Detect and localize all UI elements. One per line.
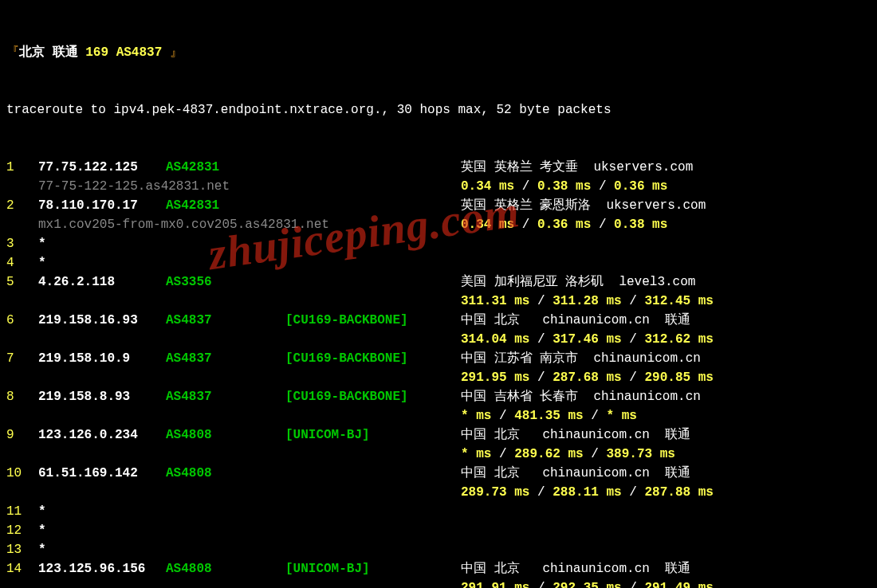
hop-number: 9 — [6, 425, 38, 445]
hop-geo: 中国 北京 chinaunicom.cn 联通 — [461, 311, 690, 330]
hop-row: 1061.51.169.142AS4808中国 北京 chinaunicom.c… — [6, 464, 612, 483]
hop-ip: 4.26.2.118 — [38, 272, 115, 292]
header-city: 北京 — [19, 45, 53, 60]
header-isp: 联通 — [53, 45, 86, 60]
header-line: 『北京 联通 169 AS4837 』 — [6, 43, 612, 62]
hop-number: 10 — [6, 464, 38, 483]
hop-latency: 291.95 ms / 287.68 ms / 290.85 ms — [461, 368, 714, 387]
hop-number: 8 — [6, 387, 38, 406]
hop-detail-row: * ms / 289.62 ms / 389.73 ms — [6, 445, 612, 464]
hop-timeout: * — [38, 234, 46, 253]
hop-timeout: * — [38, 502, 46, 521]
hop-asn: AS4837 — [166, 349, 212, 368]
hop-row: 4* — [6, 253, 612, 272]
hop-number: 6 — [6, 311, 38, 330]
hop-reverse-dns: 77-75-122-125.as42831.net — [38, 177, 230, 196]
hop-timeout: * — [38, 253, 46, 272]
hop-row: 54.26.2.118AS3356美国 加利福尼亚 洛杉矶 level3.com — [6, 272, 612, 292]
hop-detail-row: 77-75-122-125.as42831.net0.34 ms / 0.38 … — [6, 177, 612, 196]
hop-latency: * ms / 481.35 ms / * ms — [461, 406, 637, 425]
hop-number: 7 — [6, 349, 38, 368]
hop-ip: 123.126.0.234 — [38, 425, 138, 445]
hop-geo: 中国 吉林省 长春市 chinaunicom.cn — [461, 387, 701, 406]
hop-geo: 英国 英格兰 豪恩斯洛 ukservers.com — [461, 196, 706, 215]
hop-number: 4 — [6, 253, 38, 272]
hop-asn: AS4837 — [166, 387, 212, 406]
hop-geo: 中国 江苏省 南京市 chinaunicom.cn — [461, 349, 701, 368]
hop-detail-row: 289.73 ms / 288.11 ms / 287.88 ms — [6, 483, 612, 502]
hop-latency: 0.34 ms / 0.36 ms / 0.38 ms — [461, 215, 667, 234]
hop-detail-row: 291.95 ms / 287.68 ms / 290.85 ms — [6, 368, 612, 387]
hop-row: 14123.125.96.156AS4808[UNICOM-BJ]中国 北京 c… — [6, 559, 612, 578]
hop-row: 6219.158.16.93AS4837[CU169-BACKBONE]中国 北… — [6, 311, 612, 330]
hop-row: 3* — [6, 234, 612, 253]
bracket-right: 』 — [162, 45, 183, 60]
hop-geo: 中国 北京 chinaunicom.cn 联通 — [461, 425, 690, 445]
hop-ip: 219.158.8.93 — [38, 387, 130, 406]
hop-asn: AS42831 — [166, 196, 219, 215]
hop-number: 1 — [6, 158, 38, 177]
hop-asn: AS4808 — [166, 559, 212, 578]
hop-asn: AS3356 — [166, 272, 212, 292]
hop-reverse-dns: mx1.cov205-from-mx0.cov205.as42831.net — [38, 215, 329, 234]
traceroute-intro: traceroute to ipv4.pek-4837.endpoint.nxt… — [6, 100, 612, 120]
hop-number: 11 — [6, 502, 38, 521]
hop-network: [CU169-BACKBONE] — [285, 349, 408, 368]
hop-asn: AS4837 — [166, 311, 212, 330]
hop-ip: 78.110.170.17 — [38, 196, 138, 215]
hop-latency: 314.04 ms / 317.46 ms / 312.62 ms — [461, 330, 714, 349]
hop-detail-row: 291.91 ms / 292.35 ms / 291.49 ms — [6, 578, 612, 588]
hop-latency: * ms / 289.62 ms / 389.73 ms — [461, 445, 675, 464]
hop-detail-row: * ms / 481.35 ms / * ms — [6, 406, 612, 425]
hop-latency: 0.34 ms / 0.38 ms / 0.36 ms — [461, 177, 667, 196]
hop-number: 14 — [6, 559, 38, 578]
hop-detail-row: 314.04 ms / 317.46 ms / 312.62 ms — [6, 330, 612, 349]
hop-number: 13 — [6, 540, 38, 559]
hop-geo: 美国 加利福尼亚 洛杉矶 level3.com — [461, 272, 695, 292]
hop-row: 8219.158.8.93AS4837[CU169-BACKBONE]中国 吉林… — [6, 387, 612, 406]
hop-detail-row: 311.31 ms / 311.28 ms / 312.45 ms — [6, 292, 612, 311]
hop-row: 177.75.122.125AS42831英国 英格兰 考文垂 ukserver… — [6, 158, 612, 177]
hop-row: 12* — [6, 521, 612, 540]
header-as: 169 AS4837 — [85, 45, 162, 60]
hop-ip: 61.51.169.142 — [38, 464, 138, 483]
hop-row: 7219.158.10.9AS4837[CU169-BACKBONE]中国 江苏… — [6, 349, 612, 368]
hop-latency: 289.73 ms / 288.11 ms / 287.88 ms — [461, 483, 714, 502]
hop-network: [UNICOM-BJ] — [285, 559, 370, 578]
hop-row: 9123.126.0.234AS4808[UNICOM-BJ]中国 北京 chi… — [6, 425, 612, 445]
hop-ip: 77.75.122.125 — [38, 158, 138, 177]
hop-latency: 291.91 ms / 292.35 ms / 291.49 ms — [461, 578, 714, 588]
hop-number: 5 — [6, 272, 38, 292]
hop-latency: 311.31 ms / 311.28 ms / 312.45 ms — [461, 292, 714, 311]
bracket-left: 『 — [6, 45, 19, 60]
hop-row: 13* — [6, 540, 612, 559]
hop-ip: 219.158.16.93 — [38, 311, 138, 330]
terminal-output: 『北京 联通 169 AS4837 』 traceroute to ipv4.p… — [0, 0, 618, 588]
hop-asn: AS42831 — [166, 158, 219, 177]
hop-network: [UNICOM-BJ] — [285, 425, 370, 445]
hop-network: [CU169-BACKBONE] — [285, 311, 408, 330]
hop-ip: 219.158.10.9 — [38, 349, 130, 368]
hop-number: 3 — [6, 234, 38, 253]
hop-network: [CU169-BACKBONE] — [285, 387, 408, 406]
hop-ip: 123.125.96.156 — [38, 559, 145, 578]
hop-row: 11* — [6, 502, 612, 521]
hop-number: 2 — [6, 196, 38, 215]
hop-asn: AS4808 — [166, 464, 212, 483]
hop-timeout: * — [38, 540, 46, 559]
hop-geo: 英国 英格兰 考文垂 ukservers.com — [461, 158, 693, 177]
hop-detail-row: mx1.cov205-from-mx0.cov205.as42831.net0.… — [6, 215, 612, 234]
hop-row: 278.110.170.17AS42831英国 英格兰 豪恩斯洛 ukserve… — [6, 196, 612, 215]
hop-number: 12 — [6, 521, 38, 540]
hop-timeout: * — [38, 521, 46, 540]
hop-asn: AS4808 — [166, 425, 212, 445]
hop-geo: 中国 北京 chinaunicom.cn 联通 — [461, 464, 690, 483]
hop-geo: 中国 北京 chinaunicom.cn 联通 — [461, 559, 690, 578]
